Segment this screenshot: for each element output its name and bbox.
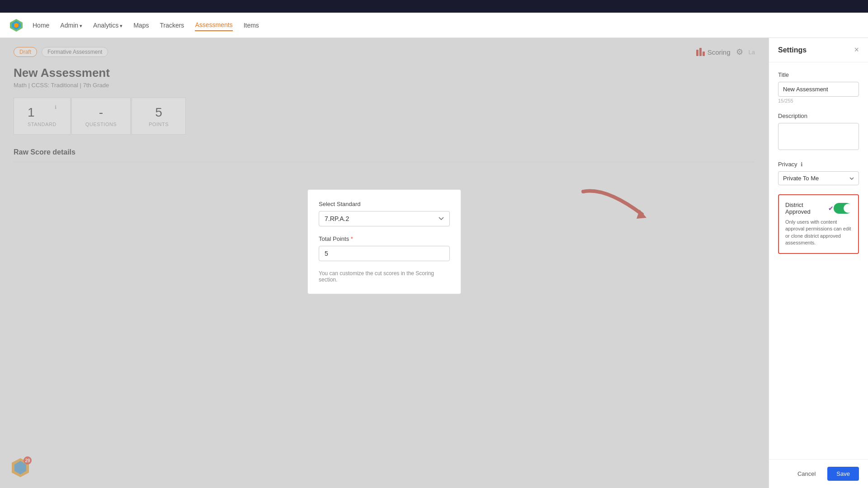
close-button[interactable]: ×	[854, 45, 859, 55]
settings-footer: Cancel Save	[769, 459, 868, 488]
content-header: Draft Formative Assessment Scoring ⚙ La	[14, 47, 755, 57]
nav-analytics[interactable]: Analytics	[93, 20, 123, 31]
stat-standard: 1 ℹ STANDARD	[14, 98, 71, 135]
scoring-icon	[696, 48, 705, 56]
save-button[interactable]: Save	[827, 467, 859, 481]
draft-badge: Draft	[14, 47, 37, 57]
main-content: Draft Formative Assessment Scoring ⚙ La …	[0, 38, 769, 488]
standard-panel: Select Standard 7.RP.A.2 Total Points * …	[307, 189, 461, 294]
settings-panel: Settings × Title 15/255 Description Priv…	[769, 38, 868, 488]
raw-score-title: Raw Score details	[14, 148, 755, 162]
formative-badge: Formative Assessment	[42, 47, 108, 57]
settings-title: Settings	[778, 46, 807, 54]
nav-assessments[interactable]: Assessments	[195, 19, 232, 31]
select-standard-group: Select Standard 7.RP.A.2	[319, 201, 450, 226]
stat-standard-label: STANDARD	[28, 122, 57, 127]
district-approved-header: District Approved ✔ ✓	[785, 202, 852, 215]
char-count: 15/255	[778, 98, 859, 103]
top-bar	[0, 0, 868, 13]
total-points-label: Total Points *	[319, 235, 450, 242]
scoring-button[interactable]: Scoring	[696, 48, 731, 56]
header-left: Draft Formative Assessment	[14, 47, 108, 57]
bar3	[703, 52, 705, 56]
bar1	[696, 50, 698, 56]
select-standard-label: Select Standard	[319, 201, 450, 207]
avatar-icon: 29	[9, 456, 32, 479]
navigation: Home Admin Analytics Maps Trackers Asses…	[0, 13, 868, 38]
stat-info-icon[interactable]: ℹ	[55, 104, 57, 110]
header-right: Scoring ⚙ La	[696, 47, 755, 57]
privacy-field-label: Privacy ℹ	[778, 161, 859, 168]
nav-trackers[interactable]: Trackers	[160, 20, 184, 31]
select-standard-dropdown[interactable]: 7.RP.A.2	[319, 211, 450, 226]
district-approved-label: District Approved ✔	[785, 202, 834, 215]
description-field-group: Description	[778, 113, 859, 152]
required-marker: *	[351, 235, 353, 242]
stat-questions-value: -	[99, 105, 103, 119]
toggle-checkmark: ✓	[845, 206, 849, 211]
title-field-group: Title 15/255	[778, 71, 859, 103]
title-field-label: Title	[778, 71, 859, 78]
bottom-avatar[interactable]: 29	[9, 456, 32, 479]
nav-admin[interactable]: Admin	[60, 20, 82, 31]
stat-points: 5 POINTS	[132, 98, 186, 135]
description-field-textarea[interactable]	[778, 123, 859, 150]
privacy-dropdown[interactable]: Private To Me Public District	[778, 171, 859, 185]
gear-icon[interactable]: ⚙	[736, 47, 743, 57]
settings-header: Settings ×	[769, 38, 868, 62]
standard-panel-wrap: Select Standard 7.RP.A.2 Total Points * …	[14, 189, 755, 294]
nav-maps[interactable]: Maps	[133, 20, 149, 31]
stat-points-label: POINTS	[146, 122, 172, 127]
nav-items-link[interactable]: Items	[244, 20, 259, 31]
total-points-input[interactable]	[319, 246, 450, 261]
stats-row: 1 ℹ STANDARD - QUESTIONS 5 POINTS	[14, 98, 755, 135]
stat-standard-value: 1	[28, 105, 35, 120]
district-approved-icon: ✔	[828, 205, 834, 212]
privacy-info-icon[interactable]: ℹ	[801, 161, 803, 168]
scoring-label: Scoring	[708, 48, 731, 56]
scoring-hint: You can customize the cut scores in the …	[319, 270, 450, 283]
assessment-meta: Math | CCSS: Traditional | 7th Grade	[14, 82, 755, 89]
privacy-field-group: Privacy ℹ Private To Me Public District	[778, 161, 859, 185]
district-approved-box: District Approved ✔ ✓ Only users with co…	[778, 194, 859, 254]
stat-questions: - QUESTIONS	[71, 98, 131, 135]
bar2	[699, 48, 702, 56]
avatar-badge: 29	[24, 456, 32, 465]
main-wrapper: Draft Formative Assessment Scoring ⚙ La …	[0, 38, 868, 488]
settings-body: Title 15/255 Description Privacy ℹ Priva…	[769, 62, 868, 459]
assessment-title: New Assessment	[14, 66, 755, 80]
svg-point-2	[14, 23, 19, 28]
total-points-group: Total Points *	[319, 235, 450, 261]
nav-home[interactable]: Home	[33, 20, 49, 31]
nav-items: Home Admin Analytics Maps Trackers Asses…	[33, 19, 259, 31]
stat-points-value: 5	[155, 105, 162, 119]
title-field-input[interactable]	[778, 82, 859, 97]
layout-icon: La	[749, 49, 755, 56]
district-approved-toggle[interactable]: ✓	[834, 203, 852, 214]
app-logo[interactable]	[9, 18, 24, 33]
district-approved-desc: Only users with content approval permiss…	[785, 219, 852, 247]
stat-questions-label: QUESTIONS	[85, 122, 117, 127]
cancel-button[interactable]: Cancel	[790, 467, 823, 481]
description-field-label: Description	[778, 113, 859, 119]
